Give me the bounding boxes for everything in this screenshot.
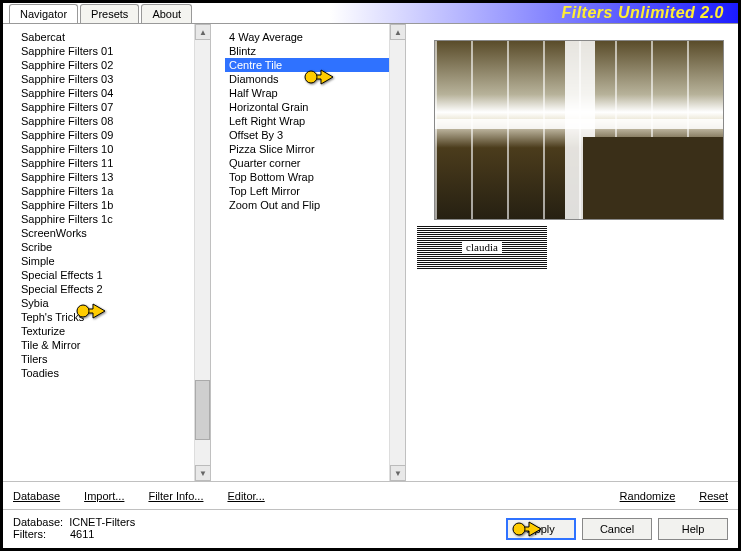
filter-list-box: 4 Way AverageBlintzCentre TileDiamondsHa…	[211, 24, 405, 481]
db-label: Database:	[13, 516, 63, 528]
tab-about[interactable]: About	[141, 4, 192, 23]
category-item[interactable]: Teph's Tricks	[17, 310, 210, 324]
footer: Database: ICNET-Filters Filters: 4611 Ap…	[3, 509, 738, 548]
scroll-down-button[interactable]: ▼	[390, 465, 405, 481]
toolbar: Database Import... Filter Info... Editor…	[3, 481, 738, 509]
filter-item[interactable]: Zoom Out and Flip	[225, 198, 405, 212]
filter-item[interactable]: Quarter corner	[225, 156, 405, 170]
category-item[interactable]: Special Effects 2	[17, 282, 210, 296]
preview-image	[434, 40, 724, 220]
filter-info-button[interactable]: Filter Info...	[148, 490, 203, 502]
category-item[interactable]: Sabercat	[17, 30, 210, 44]
filter-item[interactable]: Top Bottom Wrap	[225, 170, 405, 184]
cancel-button[interactable]: Cancel	[582, 518, 652, 540]
scroll-up-button[interactable]: ▲	[195, 24, 210, 40]
footer-meta: Database: ICNET-Filters Filters: 4611	[13, 516, 135, 540]
category-list[interactable]: SabercatSapphire Filters 01Sapphire Filt…	[3, 30, 210, 380]
tab-strip: NavigatorPresetsAbout	[3, 3, 194, 22]
scroll-up-button[interactable]: ▲	[390, 24, 405, 40]
category-item[interactable]: Sapphire Filters 11	[17, 156, 210, 170]
category-pane: SabercatSapphire Filters 01Sapphire Filt…	[3, 24, 211, 481]
filter-item[interactable]: Offset By 3	[225, 128, 405, 142]
category-item[interactable]: Sapphire Filters 1b	[17, 198, 210, 212]
category-item[interactable]: Sapphire Filters 13	[17, 170, 210, 184]
category-item[interactable]: ScreenWorks	[17, 226, 210, 240]
filters-count-label: Filters:	[13, 528, 46, 540]
filter-pane: 4 Way AverageBlintzCentre TileDiamondsHa…	[211, 24, 406, 481]
filters-count-value: 4611	[70, 528, 94, 540]
category-item[interactable]: Sapphire Filters 04	[17, 86, 210, 100]
category-item[interactable]: Tile & Mirror	[17, 338, 210, 352]
category-item[interactable]: Sapphire Filters 08	[17, 114, 210, 128]
tab-presets[interactable]: Presets	[80, 4, 139, 23]
category-item[interactable]: Tilers	[17, 352, 210, 366]
filter-item[interactable]: Left Right Wrap	[225, 114, 405, 128]
help-button[interactable]: Help	[658, 518, 728, 540]
category-item[interactable]: Texturize	[17, 324, 210, 338]
apply-button[interactable]: Apply	[506, 518, 576, 540]
filter-list[interactable]: 4 Way AverageBlintzCentre TileDiamondsHa…	[211, 30, 405, 212]
scroll-down-button[interactable]: ▼	[195, 465, 210, 481]
category-item[interactable]: Sapphire Filters 1a	[17, 184, 210, 198]
app-title: Filters Unlimited 2.0	[561, 4, 724, 22]
filter-item[interactable]: Top Left Mirror	[225, 184, 405, 198]
category-item[interactable]: Sapphire Filters 03	[17, 72, 210, 86]
category-item[interactable]: Sapphire Filters 09	[17, 128, 210, 142]
filter-item[interactable]: Blintz	[225, 44, 405, 58]
category-item[interactable]: Sapphire Filters 10	[17, 142, 210, 156]
category-item[interactable]: Special Effects 1	[17, 268, 210, 282]
app-window: NavigatorPresetsAbout Filters Unlimited …	[0, 0, 741, 551]
scroll-track[interactable]	[195, 40, 210, 465]
category-item[interactable]: Sapphire Filters 07	[17, 100, 210, 114]
db-value: ICNET-Filters	[69, 516, 135, 528]
reset-button[interactable]: Reset	[699, 490, 728, 502]
filter-item[interactable]: Pizza Slice Mirror	[225, 142, 405, 156]
category-list-box: SabercatSapphire Filters 01Sapphire Filt…	[3, 24, 210, 481]
preview-wrap	[406, 24, 738, 220]
randomize-button[interactable]: Randomize	[620, 490, 676, 502]
category-item[interactable]: Sapphire Filters 01	[17, 44, 210, 58]
watermark-text: claudia	[462, 241, 502, 253]
scroll-track[interactable]	[390, 40, 405, 465]
header: NavigatorPresetsAbout Filters Unlimited …	[3, 3, 738, 23]
filter-item[interactable]: Half Wrap	[225, 86, 405, 100]
category-item[interactable]: Toadies	[17, 366, 210, 380]
filter-item[interactable]: Centre Tile	[225, 58, 405, 72]
filter-scrollbar[interactable]: ▲ ▼	[389, 24, 405, 481]
category-item[interactable]: Sapphire Filters 1c	[17, 212, 210, 226]
title-bar: Filters Unlimited 2.0	[194, 3, 738, 23]
category-scrollbar[interactable]: ▲ ▼	[194, 24, 210, 481]
watermark: claudia	[417, 225, 547, 269]
category-item[interactable]: Simple	[17, 254, 210, 268]
category-item[interactable]: Sybia	[17, 296, 210, 310]
category-item[interactable]: Scribe	[17, 240, 210, 254]
import-button[interactable]: Import...	[84, 490, 124, 502]
database-button[interactable]: Database	[13, 490, 60, 502]
main-area: SabercatSapphire Filters 01Sapphire Filt…	[3, 23, 738, 481]
category-item[interactable]: Sapphire Filters 02	[17, 58, 210, 72]
filter-item[interactable]: Horizontal Grain	[225, 100, 405, 114]
editor-button[interactable]: Editor...	[227, 490, 264, 502]
scroll-thumb[interactable]	[195, 380, 210, 440]
filter-item[interactable]: 4 Way Average	[225, 30, 405, 44]
filter-item[interactable]: Diamonds	[225, 72, 405, 86]
tab-navigator[interactable]: Navigator	[9, 4, 78, 23]
